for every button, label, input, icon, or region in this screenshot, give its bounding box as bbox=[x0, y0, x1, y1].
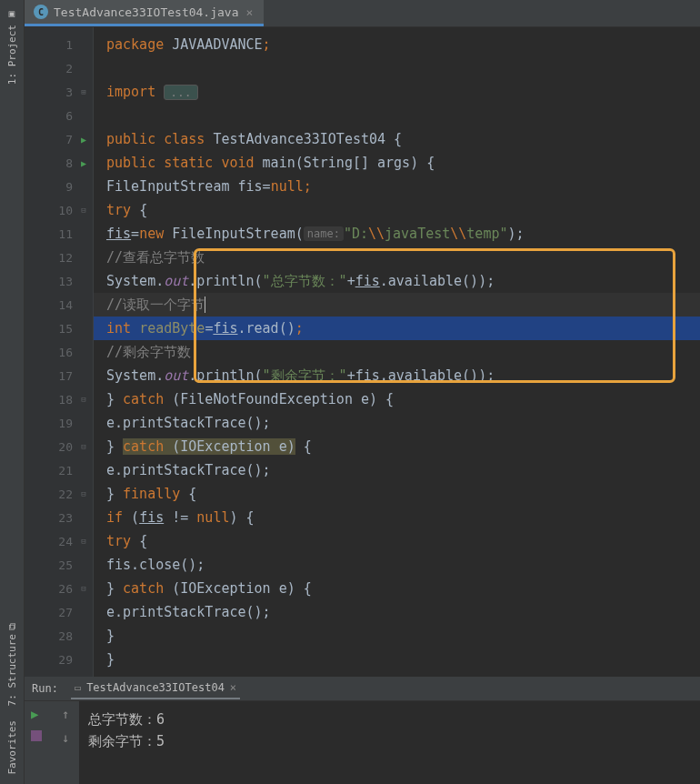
code-area[interactable]: package JAVAADVANCE; import ... public c… bbox=[94, 27, 700, 677]
down-arrow-icon[interactable]: ↓ bbox=[62, 730, 69, 745]
line-number: 10 bbox=[58, 204, 73, 217]
up-arrow-icon[interactable]: ↑ bbox=[62, 707, 69, 721]
line-number: 16 bbox=[58, 346, 73, 359]
rerun-icon[interactable]: ▶ bbox=[31, 707, 45, 721]
project-tool-tab[interactable]: 1: Project ▣ bbox=[0, 2, 24, 92]
editor-tab-bar: C TestAdvance33IOTest04.java × bbox=[25, 0, 700, 27]
line-number: 6 bbox=[65, 109, 73, 123]
favorites-tab-label: Favorites bbox=[6, 720, 18, 775]
run-tool-window: Run: ▭ TestAdvance33IOTest04 × ▶ ↑ ↓ 总字节… bbox=[25, 677, 700, 784]
output-line: 总字节数：6 bbox=[88, 709, 691, 730]
line-number: 21 bbox=[58, 464, 73, 477]
line-number: 2 bbox=[65, 62, 73, 75]
line-number: 3 bbox=[65, 85, 73, 99]
run-output[interactable]: 总字节数：6 剩余字节：5 bbox=[79, 701, 700, 784]
project-tab-label: 1: Project bbox=[6, 25, 18, 85]
output-line: 剩余字节：5 bbox=[88, 730, 691, 752]
line-number: 12 bbox=[58, 251, 73, 265]
line-number: 14 bbox=[58, 298, 73, 312]
fold-minus-icon[interactable]: ⊟ bbox=[78, 584, 89, 593]
structure-tab-label: 7: Structure bbox=[6, 634, 18, 706]
run-gutter-icon[interactable]: ▶ bbox=[78, 135, 89, 145]
line-gutter: 1 2 3⊞ 6 7▶ 8▶ 9 10⊟ 11 12 13 14 15 16 1… bbox=[25, 27, 94, 677]
run-config-tab[interactable]: ▭ TestAdvance33IOTest04 × bbox=[71, 678, 240, 699]
line-number: 15 bbox=[58, 322, 73, 336]
fold-plus-icon[interactable]: ⊞ bbox=[78, 87, 89, 96]
run-gutter-icon[interactable]: ▶ bbox=[78, 158, 89, 168]
line-number: 9 bbox=[65, 180, 73, 194]
run-left-toolbar: ▶ bbox=[25, 701, 52, 784]
fold-minus-icon[interactable]: ⊟ bbox=[78, 489, 89, 498]
folder-icon: ▣ bbox=[6, 9, 18, 21]
line-number: 18 bbox=[58, 393, 73, 407]
line-number: 8 bbox=[65, 156, 73, 170]
run-config-name: TestAdvance33IOTest04 bbox=[86, 681, 225, 694]
line-number: 1 bbox=[65, 38, 73, 52]
structure-icon: ⧉ bbox=[6, 623, 18, 630]
close-tab-icon[interactable]: × bbox=[245, 5, 255, 19]
fold-minus-icon[interactable]: ⊟ bbox=[78, 206, 89, 215]
run-config-icon: ▭ bbox=[75, 681, 81, 694]
structure-tool-tab[interactable]: 7: Structure ⧉ bbox=[0, 616, 24, 713]
run-header: Run: ▭ TestAdvance33IOTest04 × bbox=[25, 677, 700, 700]
run-label: Run: bbox=[32, 682, 58, 695]
run-nav-toolbar: ↑ ↓ bbox=[52, 701, 79, 784]
line-number: 27 bbox=[58, 606, 73, 619]
fold-minus-icon[interactable]: ⊟ bbox=[78, 395, 89, 404]
fold-minus-icon[interactable]: ⊟ bbox=[78, 442, 89, 451]
editor[interactable]: 1 2 3⊞ 6 7▶ 8▶ 9 10⊟ 11 12 13 14 15 16 1… bbox=[25, 27, 700, 677]
java-class-icon: C bbox=[34, 5, 48, 19]
favorites-tool-tab[interactable]: Favorites bbox=[0, 713, 24, 782]
line-number: 20 bbox=[58, 440, 73, 454]
line-number: 22 bbox=[58, 487, 73, 501]
line-number: 11 bbox=[58, 227, 73, 241]
line-number: 13 bbox=[58, 275, 73, 288]
line-number: 23 bbox=[58, 511, 73, 525]
line-number: 26 bbox=[58, 582, 73, 596]
line-number: 24 bbox=[58, 535, 73, 548]
line-number: 25 bbox=[58, 558, 73, 572]
line-number: 17 bbox=[58, 369, 73, 383]
left-tool-gutter: 1: Project ▣ 7: Structure ⧉ Favorites bbox=[0, 0, 25, 784]
close-run-tab-icon[interactable]: × bbox=[230, 681, 236, 694]
file-tab[interactable]: C TestAdvance33IOTest04.java × bbox=[25, 0, 264, 26]
line-number: 28 bbox=[58, 629, 73, 643]
param-hint: name: bbox=[304, 226, 344, 241]
line-number: 7 bbox=[65, 133, 73, 146]
folded-imports[interactable]: ... bbox=[164, 85, 197, 100]
line-number: 29 bbox=[58, 653, 73, 667]
selected-line: int readByte=fis.read(); bbox=[94, 317, 700, 340]
line-number: 19 bbox=[58, 417, 73, 430]
stop-icon[interactable] bbox=[31, 730, 45, 745]
text-caret bbox=[205, 297, 205, 313]
caret-line: //读取一个字节 bbox=[94, 293, 700, 317]
file-tab-label: TestAdvance33IOTest04.java bbox=[54, 5, 239, 19]
main-area: C TestAdvance33IOTest04.java × 1 2 3⊞ 6 … bbox=[25, 0, 700, 784]
fold-minus-icon[interactable]: ⊟ bbox=[78, 537, 89, 546]
